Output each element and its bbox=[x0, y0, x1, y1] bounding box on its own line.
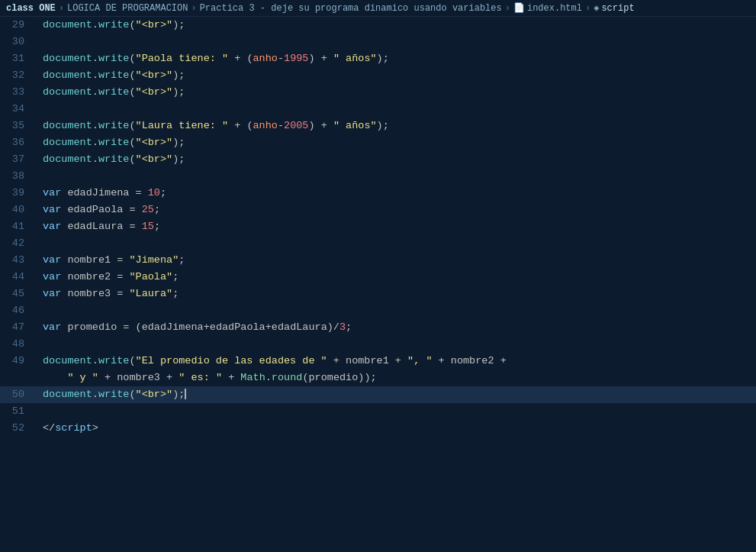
line-number: 36 bbox=[0, 134, 37, 151]
code-line: 49 document.write("El promedio de las ed… bbox=[0, 353, 756, 370]
code-line: 30 bbox=[0, 34, 756, 50]
line-number: 50 bbox=[0, 386, 37, 403]
line-number: 40 bbox=[0, 202, 37, 218]
code-area: 29 document.write("<br>"); 30 31 documen… bbox=[0, 17, 756, 552]
code-line: 42 bbox=[0, 235, 756, 252]
line-content: document.write("Laura tiene: " + (anho-2… bbox=[37, 118, 756, 134]
line-number: 39 bbox=[0, 185, 37, 202]
line-content bbox=[37, 336, 756, 353]
line-content: document.write("<br>"); bbox=[37, 17, 756, 34]
code-line: 31 document.write("Paola tiene: " + (anh… bbox=[0, 50, 756, 67]
line-number: 49 bbox=[0, 353, 37, 370]
line-number: 35 bbox=[0, 118, 37, 134]
breadcrumb-home[interactable]: class ONE bbox=[6, 3, 56, 14]
line-content: var nombre1 = "Jimena"; bbox=[37, 252, 756, 269]
line-number bbox=[0, 370, 37, 386]
code-line: 52 </script> bbox=[0, 420, 756, 437]
breadcrumb-item2[interactable]: Practica 3 - deje su programa dinamico u… bbox=[200, 3, 502, 14]
line-number: 48 bbox=[0, 336, 37, 353]
line-content bbox=[37, 403, 756, 420]
line-content bbox=[37, 101, 756, 118]
line-content: document.write("<br>"); bbox=[37, 386, 756, 403]
breadcrumb-sep2: › bbox=[191, 3, 196, 14]
code-editor[interactable]: 29 document.write("<br>"); 30 31 documen… bbox=[0, 17, 756, 552]
line-content: document.write("Paola tiene: " + (anho-1… bbox=[37, 50, 756, 67]
code-line: 29 document.write("<br>"); bbox=[0, 17, 756, 34]
script-icon: ◈ bbox=[594, 2, 599, 14]
line-content bbox=[37, 168, 756, 185]
line-content: document.write("<br>"); bbox=[37, 134, 756, 151]
code-line: 41 var edadLaura = 15; bbox=[0, 218, 756, 235]
code-line: 32 document.write("<br>"); bbox=[0, 67, 756, 84]
line-content bbox=[37, 302, 756, 319]
line-number: 47 bbox=[0, 319, 37, 336]
breadcrumb-item1[interactable]: LOGICA DE PROGRAMACION bbox=[67, 3, 188, 14]
breadcrumb: class ONE › LOGICA DE PROGRAMACION › Pra… bbox=[0, 0, 756, 17]
line-content: document.write("<br>"); bbox=[37, 67, 756, 84]
line-number: 37 bbox=[0, 151, 37, 168]
line-content: document.write("<br>"); bbox=[37, 151, 756, 168]
code-line: 48 bbox=[0, 336, 756, 353]
line-content: var promedio = (edadJimena+edadPaola+eda… bbox=[37, 319, 756, 336]
line-number: 34 bbox=[0, 101, 37, 118]
breadcrumb-sep3: › bbox=[505, 3, 510, 14]
line-content: " y " + nombre3 + " es: " + Math.round(p… bbox=[37, 370, 756, 386]
line-number: 29 bbox=[0, 17, 37, 34]
code-line: 45 var nombre3 = "Laura"; bbox=[0, 286, 756, 302]
code-line: 46 bbox=[0, 302, 756, 319]
line-content bbox=[37, 235, 756, 252]
line-number: 46 bbox=[0, 302, 37, 319]
line-number: 43 bbox=[0, 252, 37, 269]
line-content: var edadJimena = 10; bbox=[37, 185, 756, 202]
code-line: 39 var edadJimena = 10; bbox=[0, 185, 756, 202]
line-content: var nombre3 = "Laura"; bbox=[37, 286, 756, 302]
breadcrumb-script[interactable]: ◈ script bbox=[594, 2, 634, 14]
code-line: 33 document.write("<br>"); bbox=[0, 84, 756, 101]
line-content: var edadPaola = 25; bbox=[37, 202, 756, 218]
breadcrumb-sep1: › bbox=[59, 3, 64, 14]
line-content: document.write("El promedio de las edade… bbox=[37, 353, 756, 370]
breadcrumb-sep4: › bbox=[585, 3, 590, 14]
line-number: 32 bbox=[0, 67, 37, 84]
line-content bbox=[37, 34, 756, 50]
line-number: 33 bbox=[0, 84, 37, 101]
code-line: 47 var promedio = (edadJimena+edadPaola+… bbox=[0, 319, 756, 336]
line-number: 30 bbox=[0, 34, 37, 50]
code-line-wrap: " y " + nombre3 + " es: " + Math.round(p… bbox=[0, 370, 756, 386]
code-line: 44 var nombre2 = "Paola"; bbox=[0, 269, 756, 286]
line-number: 41 bbox=[0, 218, 37, 235]
line-content: var nombre2 = "Paola"; bbox=[37, 269, 756, 286]
line-number: 44 bbox=[0, 269, 37, 286]
code-line: 34 bbox=[0, 101, 756, 118]
line-number: 31 bbox=[0, 50, 37, 67]
code-line: 40 var edadPaola = 25; bbox=[0, 202, 756, 218]
code-line: 36 document.write("<br>"); bbox=[0, 134, 756, 151]
line-number: 52 bbox=[0, 420, 37, 437]
line-content: </script> bbox=[37, 420, 756, 437]
line-content: var edadLaura = 15; bbox=[37, 218, 756, 235]
line-number: 42 bbox=[0, 235, 37, 252]
line-content: document.write("<br>"); bbox=[37, 84, 756, 101]
code-line-highlighted: 50 document.write("<br>"); bbox=[0, 386, 756, 403]
file-icon: 📄 bbox=[513, 2, 525, 14]
code-line: 35 document.write("Laura tiene: " + (anh… bbox=[0, 118, 756, 134]
code-line: 43 var nombre1 = "Jimena"; bbox=[0, 252, 756, 269]
line-number: 51 bbox=[0, 403, 37, 420]
code-line: 37 document.write("<br>"); bbox=[0, 151, 756, 168]
code-line: 51 bbox=[0, 403, 756, 420]
line-number: 45 bbox=[0, 286, 37, 302]
breadcrumb-file[interactable]: 📄 index.html bbox=[513, 2, 582, 14]
line-number: 38 bbox=[0, 168, 37, 185]
code-line: 38 bbox=[0, 168, 756, 185]
